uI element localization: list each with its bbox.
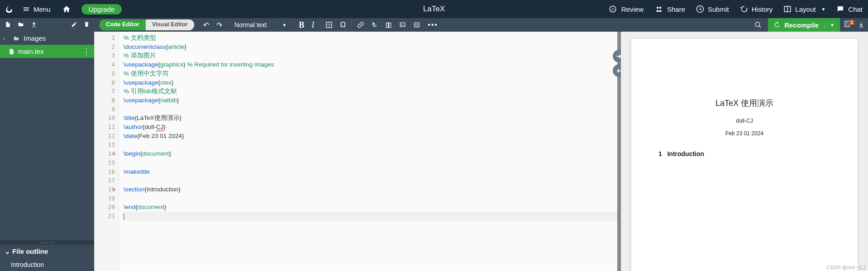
- link-button[interactable]: [353, 18, 368, 32]
- file-tree-panel: Images main.tex ⋮ ⌄ File outline Introdu…: [0, 32, 94, 271]
- home-button[interactable]: [56, 0, 77, 18]
- home-icon: [62, 5, 71, 13]
- pdf-author: doll-CJ: [658, 118, 830, 124]
- review-button[interactable]: AReview: [602, 0, 649, 18]
- submit-button[interactable]: Submit: [691, 0, 734, 18]
- outline-panel: ⌄ File outline Introduction: [0, 245, 94, 271]
- italic-button[interactable]: I: [308, 18, 318, 32]
- upgrade-button[interactable]: Upgrade: [81, 4, 122, 14]
- share-button[interactable]: Share: [649, 0, 691, 18]
- chevron-down-icon: ▼: [282, 23, 286, 28]
- rename-button[interactable]: [71, 21, 77, 29]
- folder-item[interactable]: Images: [0, 32, 94, 45]
- redo-button[interactable]: ↷: [213, 18, 226, 32]
- undo-button[interactable]: ↶: [200, 18, 213, 32]
- chat-button[interactable]: Chat: [831, 0, 868, 18]
- folder-icon: [13, 35, 20, 42]
- share-icon: [654, 5, 663, 13]
- more-button[interactable]: •••: [424, 18, 442, 32]
- history-icon: [740, 5, 748, 13]
- logs-button[interactable]: 1: [840, 20, 854, 30]
- file-icon: [8, 48, 14, 55]
- editor-preview-divider[interactable]: ➜ ➜: [617, 32, 621, 271]
- download-button[interactable]: [854, 18, 868, 32]
- editor-mode-switch: Code Editor Visual Editor: [100, 19, 194, 30]
- overleaf-icon: [5, 5, 14, 14]
- svg-text:A: A: [611, 7, 614, 11]
- recompile-icon: [773, 21, 781, 29]
- svg-line-17: [759, 26, 761, 28]
- svg-point-2: [657, 7, 659, 9]
- search-button[interactable]: [751, 18, 765, 32]
- svg-point-16: [755, 22, 759, 26]
- outline-header[interactable]: ⌄ File outline: [0, 245, 94, 258]
- recompile-dropdown[interactable]: ▼: [825, 23, 835, 28]
- project-title[interactable]: LaTeX: [423, 5, 445, 14]
- file-menu-button[interactable]: ⋮: [82, 49, 91, 54]
- pdf-page: LaTeX 使用演示 doll-CJ Feb 23 01 2024 1 Intr…: [631, 39, 858, 271]
- pdf-preview[interactable]: LaTeX 使用演示 doll-CJ Feb 23 01 2024 1 Intr…: [621, 32, 868, 271]
- text-style-select[interactable]: Normal text▼: [230, 21, 291, 29]
- hamburger-icon: [23, 5, 30, 13]
- layout-icon: [783, 5, 792, 13]
- log-badge: 1: [849, 20, 854, 25]
- review-icon: A: [608, 5, 618, 13]
- submit-icon: [696, 5, 704, 13]
- pdf-date: Feb 23 01 2024: [658, 130, 830, 137]
- watermark: CSDN @doll ~CJ: [827, 265, 865, 270]
- file-item-main[interactable]: main.tex ⋮: [0, 45, 94, 58]
- bold-button[interactable]: B: [295, 18, 308, 32]
- history-button[interactable]: History: [734, 0, 778, 18]
- math-button[interactable]: [322, 18, 336, 32]
- chat-icon: [836, 5, 844, 13]
- symbol-button[interactable]: Ω: [336, 18, 349, 32]
- chevron-down-icon: ▼: [821, 7, 825, 12]
- figure-button[interactable]: [396, 18, 410, 32]
- code-editor[interactable]: 12345678910111213▸14151617▸18192021 % 文档…: [94, 32, 617, 271]
- app-logo[interactable]: [4, 4, 14, 14]
- new-file-button[interactable]: [5, 21, 11, 29]
- new-folder-button[interactable]: [17, 21, 24, 29]
- pdf-title: LaTeX 使用演示: [658, 98, 830, 109]
- visual-editor-tab[interactable]: Visual Editor: [146, 19, 194, 30]
- svg-point-3: [659, 7, 662, 9]
- upload-button[interactable]: [31, 21, 37, 29]
- pdf-section: 1 Introduction: [658, 150, 830, 157]
- code-body[interactable]: % 文档类型\documentclass{article}% 添加图片\usep…: [119, 32, 617, 271]
- outline-item[interactable]: Introduction: [0, 258, 94, 271]
- menu-label: Menu: [33, 5, 51, 13]
- panel-resize-handle[interactable]: [0, 240, 94, 245]
- delete-button[interactable]: [84, 21, 90, 29]
- table-button[interactable]: [410, 18, 424, 32]
- code-editor-tab[interactable]: Code Editor: [100, 19, 146, 30]
- recompile-button[interactable]: Recompile ▼: [768, 18, 840, 32]
- ref-button[interactable]: [382, 18, 396, 32]
- layout-button[interactable]: Layout▼: [778, 0, 831, 18]
- menu-button[interactable]: Menu: [17, 0, 56, 18]
- cite-button[interactable]: [368, 18, 382, 32]
- line-gutter: 12345678910111213▸14151617▸18192021: [95, 32, 119, 271]
